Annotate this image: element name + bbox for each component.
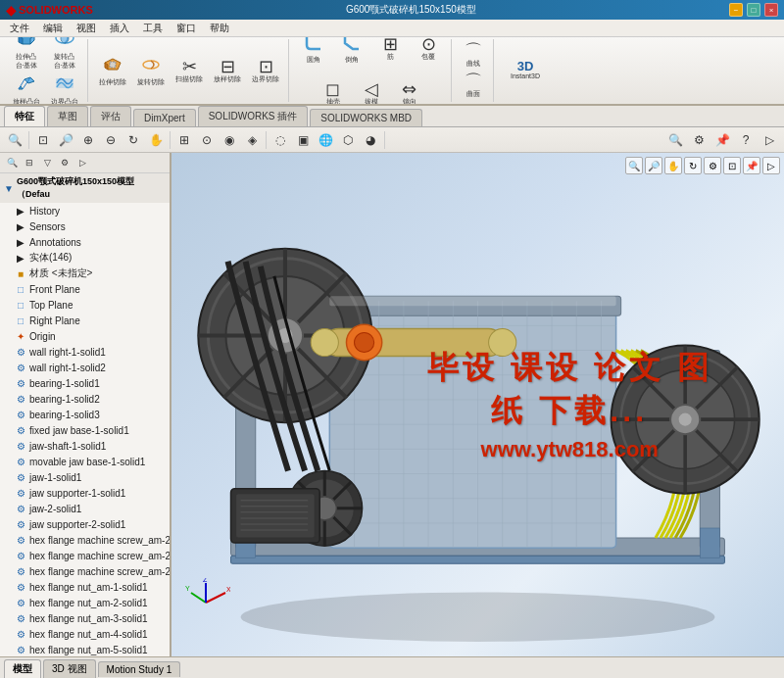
tree-item-fixed-jaw[interactable]: ⚙ fixed jaw base-1-solid1 <box>0 422 170 438</box>
boundary-boss-button[interactable]: 边界凸台基体 <box>46 72 83 106</box>
tree-item-movable-jaw[interactable]: ⚙ movable jaw base-1-solid1 <box>0 454 170 469</box>
tab-features[interactable]: 特征 <box>4 106 45 126</box>
view-zoom-button[interactable]: 🔎 <box>645 157 662 174</box>
tree-item-bearing-s3[interactable]: ⚙ bearing-1-solid3 <box>0 407 170 422</box>
tree-item-right-plane[interactable]: □ Right Plane <box>0 313 170 328</box>
tree-item-nut3[interactable]: ⚙ hex flange nut_am-3-solid1 <box>0 610 170 626</box>
maximize-button[interactable]: □ <box>747 3 760 17</box>
display-style-button[interactable]: ◈ <box>241 130 263 150</box>
tree-item-bearing-s2[interactable]: ⚙ bearing-1-solid2 <box>0 391 170 407</box>
tree-item-hex-screw3[interactable]: ⚙ hex flange machine screw_am-2 <box>0 563 170 579</box>
view-search-button[interactable]: 🔍 <box>625 157 643 174</box>
view-options-button[interactable]: ⚙ <box>704 157 721 174</box>
tree-item-history[interactable]: ▶ History <box>0 203 170 218</box>
rib-button[interactable]: ⊞ 筋 <box>371 37 409 70</box>
menu-view[interactable]: 视图 <box>71 20 102 37</box>
pan-button[interactable]: ✋ <box>145 130 167 150</box>
tree-item-nut1[interactable]: ⚙ hex flange nut_am-1-solid1 <box>0 579 170 595</box>
tree-search-button[interactable]: 🔍 <box>4 155 20 170</box>
tab-sw-plugins[interactable]: SOLIDWORKS 插件 <box>198 106 309 126</box>
scene-button[interactable]: 🌐 <box>315 130 336 150</box>
appearance-button[interactable]: ▣ <box>292 130 314 150</box>
extrude-boss-button[interactable]: 拉伸凸台·基体 <box>8 37 45 70</box>
zoom-out-button[interactable]: ⊖ <box>100 130 122 150</box>
surfaces-button[interactable]: ⌒ 曲面 <box>458 72 489 100</box>
view-orientation-button[interactable]: ⊙ <box>196 130 218 150</box>
tree-item-wall-right-s1[interactable]: ⚙ wall right-1-solid1 <box>0 344 170 360</box>
mirror-button[interactable]: ⇔ 镜向 <box>391 72 428 106</box>
filter-button[interactable]: 🔍 <box>4 130 25 150</box>
bottom-tab-model[interactable]: 模型 <box>4 659 41 678</box>
revolve-boss-button[interactable]: 旋转凸台·基体 <box>46 37 83 70</box>
view-more-button[interactable]: ▷ <box>762 157 780 174</box>
tree-item-material[interactable]: ■ 材质 <未指定> <box>0 266 170 281</box>
curves-button[interactable]: ⌒ 曲线 <box>458 41 489 70</box>
tree-item-jaw-sup2[interactable]: ⚙ jaw supporter-2-solid1 <box>0 516 170 532</box>
extrude-cut-button[interactable]: 拉伸切除 <box>94 49 131 92</box>
tree-item-jaw-sup1[interactable]: ⚙ jaw supporter-1-solid1 <box>0 485 170 501</box>
realview-button[interactable]: ⬡ <box>337 130 359 150</box>
menu-tools[interactable]: 工具 <box>137 20 169 37</box>
bottom-tab-motion[interactable]: Motion Study 1 <box>98 661 181 677</box>
shadows-button[interactable]: ◕ <box>360 130 381 150</box>
tree-item-sensors[interactable]: ▶ Sensors <box>0 218 170 234</box>
tree-item-jaw1[interactable]: ⚙ jaw-1-solid1 <box>0 469 170 485</box>
tree-item-front-plane[interactable]: □ Front Plane <box>0 281 170 297</box>
tree-item-solids[interactable]: ▶ 实体(146) <box>0 250 170 266</box>
tree-item-bearing-s1[interactable]: ⚙ bearing-1-solid1 <box>0 375 170 391</box>
tree-item-hex-screw2[interactable]: ⚙ hex flange machine screw_am-2 <box>0 548 170 563</box>
chamfer-button[interactable]: 倒角 <box>333 37 370 70</box>
tree-collapse-button[interactable]: ⊟ <box>22 155 37 170</box>
shell-button[interactable]: ◻ 抽壳 <box>315 72 352 106</box>
loft-cut-button[interactable]: ⊟ 放样切除 <box>209 49 246 92</box>
tree-item-top-plane[interactable]: □ Top Plane <box>0 297 170 313</box>
tree-item-nut4[interactable]: ⚙ hex flange nut_am-4-solid1 <box>0 626 170 642</box>
expand-button[interactable]: ▷ <box>759 130 780 150</box>
menu-help[interactable]: 帮助 <box>204 20 235 37</box>
zoom-in-button[interactable]: ⊕ <box>77 130 99 150</box>
menu-file[interactable]: 文件 <box>4 20 35 37</box>
menu-insert[interactable]: 插入 <box>104 20 135 37</box>
search-button[interactable]: 🔍 <box>664 130 686 150</box>
view-fit-button[interactable]: ⊡ <box>723 157 741 174</box>
hide-show-button[interactable]: ◌ <box>270 130 291 150</box>
tree-filter-button[interactable]: ▽ <box>39 155 55 170</box>
tree-item-origin[interactable]: ✦ Origin <box>0 328 170 344</box>
tree-item-jaw-shaft[interactable]: ⚙ jaw-shaft-1-solid1 <box>0 438 170 454</box>
zoom-fit-button[interactable]: ⊡ <box>32 130 54 150</box>
standard-views-button[interactable]: ⊞ <box>173 130 195 150</box>
tree-item-jaw2[interactable]: ⚙ jaw-2-solid1 <box>0 501 170 516</box>
view-rotate-button[interactable]: ↻ <box>684 157 702 174</box>
close-button[interactable]: × <box>764 3 778 17</box>
bottom-tab-3dview[interactable]: 3D 视图 <box>43 659 96 678</box>
view-pan-button[interactable]: ✋ <box>664 157 682 174</box>
tree-root-item[interactable]: ▼ G600颚式破碎机150x150模型（Defau <box>0 173 170 203</box>
boundary-cut-button[interactable]: ⊡ 边界切除 <box>247 49 284 92</box>
loft-boss-button[interactable]: 放样凸台基体 <box>8 72 45 106</box>
view-pin-button[interactable]: 📌 <box>743 157 760 174</box>
pin-button[interactable]: 📌 <box>711 130 733 150</box>
sweep-cut-button[interactable]: ✂ 扫描切除 <box>171 49 208 92</box>
zoom-area-button[interactable]: 🔎 <box>55 130 76 150</box>
wrap-button[interactable]: ⊙ 包覆 <box>410 37 447 70</box>
tree-item-nut2[interactable]: ⚙ hex flange nut_am-2-solid1 <box>0 595 170 610</box>
menu-window[interactable]: 窗口 <box>171 20 202 37</box>
tab-sw-mbd[interactable]: SOLIDWORKS MBD <box>310 109 422 126</box>
tree-item-hex-screw1[interactable]: ⚙ hex flange machine screw_am-2 <box>0 532 170 548</box>
menu-edit[interactable]: 编辑 <box>37 20 69 37</box>
tree-expand-button[interactable]: ▷ <box>74 155 90 170</box>
tree-item-nut5[interactable]: ⚙ hex flange nut_am-5-solid1 <box>0 642 170 656</box>
3d-viewport[interactable]: 毕设 课设 论文 图纸 下载... www.ytw818.com 🔍 🔎 ✋ ↻… <box>172 153 784 656</box>
instant3d-button[interactable]: 3D Instant3D <box>500 49 551 92</box>
section-view-button[interactable]: ◉ <box>219 130 240 150</box>
tree-item-annotations[interactable]: ▶ Annotations <box>0 234 170 250</box>
help-button[interactable]: ? <box>735 130 757 150</box>
tab-evaluate[interactable]: 评估 <box>90 106 131 126</box>
tab-sketch[interactable]: 草图 <box>47 106 88 126</box>
tab-dimxpert[interactable]: DimXpert <box>133 109 196 126</box>
rotate-button[interactable]: ↻ <box>122 130 144 150</box>
tree-settings-button[interactable]: ⚙ <box>57 155 73 170</box>
tree-item-wall-right-s2[interactable]: ⚙ wall right-1-solid2 <box>0 360 170 375</box>
draft-button[interactable]: ◁ 拔模 <box>353 72 390 106</box>
fillet-button[interactable]: 圆角 <box>295 37 332 70</box>
